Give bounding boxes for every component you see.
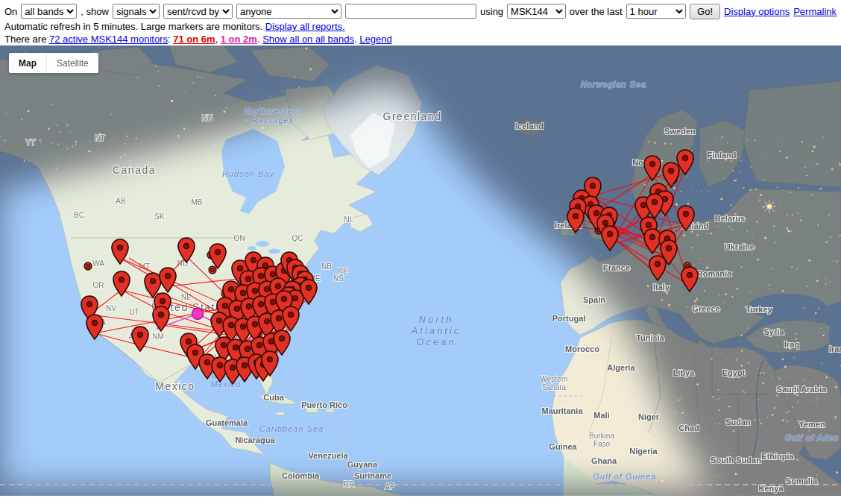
city-light-dot: [839, 164, 841, 166]
city-light-dot: [825, 242, 828, 244]
go-button[interactable]: Go!: [690, 4, 720, 19]
city-light-dot: [691, 247, 693, 248]
city-light-dot: [708, 161, 709, 163]
city-light-dot: [210, 86, 210, 87]
city-light-dot: [749, 291, 751, 292]
city-light-dot: [157, 70, 159, 72]
city-light-dot: [797, 400, 799, 403]
geo-label: QC: [292, 234, 303, 242]
city-light-dot: [718, 398, 719, 400]
city-light-dot: [749, 189, 752, 191]
geo-label: Atlantic: [411, 325, 462, 336]
city-light-dot: [833, 260, 834, 262]
city-light-dot: [803, 307, 805, 309]
map-container[interactable]: Map Satellite: [0, 45, 841, 496]
city-light-dot: [787, 377, 788, 378]
geo-label: Chad: [678, 423, 699, 432]
city-light-dot: [806, 175, 807, 177]
city-light-dot: [821, 362, 823, 365]
city-light-dot: [810, 400, 812, 401]
who-select[interactable]: anyone: [236, 4, 341, 19]
city-light-dot: [772, 414, 774, 416]
city-light-dot: [816, 163, 818, 165]
city-light-dot: [740, 341, 740, 341]
city-light-dot: [270, 96, 271, 98]
city-light-dot: [125, 143, 126, 145]
city-light-dot: [778, 377, 781, 379]
geo-label: Cuba: [263, 393, 284, 402]
city-light-dot: [760, 373, 761, 374]
city-light-dot: [736, 288, 738, 290]
city-light-dot: [658, 375, 659, 377]
mode-select[interactable]: signals: [113, 4, 160, 19]
city-light-dot: [816, 398, 818, 400]
city-light-dot: [668, 423, 670, 425]
city-light-dot: [825, 278, 826, 280]
city-light-dot: [720, 198, 722, 201]
direction-select[interactable]: sent/rcvd by: [163, 4, 233, 19]
city-light-dot: [192, 82, 194, 84]
monitor-marker-2m[interactable]: [192, 309, 204, 320]
band-select[interactable]: all bands: [21, 4, 77, 19]
city-light-dot: [816, 280, 819, 283]
city-light-dot: [782, 290, 784, 292]
city-light-dot: [674, 412, 676, 414]
modulation-select[interactable]: MSK144: [507, 4, 566, 19]
city-light-dot: [764, 237, 766, 239]
city-light-dot: [57, 164, 59, 166]
city-light-dot: [678, 400, 679, 401]
city-light-dot: [812, 151, 814, 153]
city-light-dot: [830, 236, 832, 239]
show-all-bands-link[interactable]: Show all on all bands: [262, 34, 354, 45]
city-light-dot: [282, 91, 283, 92]
geo-label: Greece: [692, 304, 719, 313]
report-marker-small[interactable]: [84, 262, 92, 270]
city-light-dot: [715, 476, 716, 476]
city-light-dot: [757, 368, 757, 369]
city-light-dot: [664, 143, 666, 145]
city-light-dot: [796, 394, 799, 397]
city-light-dot: [66, 125, 69, 127]
timespan-select[interactable]: 1 hour: [626, 4, 686, 19]
city-light-dot: [661, 299, 663, 301]
geo-label: Finland: [707, 151, 736, 160]
city-light-dot: [69, 131, 70, 132]
legend-link[interactable]: Legend: [359, 34, 391, 45]
monitors-2m-link[interactable]: 1 on 2m: [221, 34, 257, 45]
city-light-dot: [754, 338, 755, 340]
city-light-dot: [716, 226, 717, 227]
city-light-dot: [723, 393, 724, 394]
city-light-dot: [670, 473, 670, 473]
city-light-dot: [773, 407, 775, 409]
display-all-reports-link[interactable]: Display all reports.: [265, 21, 345, 32]
permalink-link[interactable]: Permalink: [793, 6, 837, 17]
map-view-button[interactable]: Map: [9, 53, 46, 73]
active-monitors-link[interactable]: 72 active MSK144 monitors: [49, 34, 168, 45]
city-light-dot: [743, 187, 744, 189]
city-light-dot: [838, 374, 839, 374]
city-light-dot: [727, 142, 728, 143]
geo-label: Caribbean Sea: [259, 424, 324, 433]
city-light-dot: [815, 312, 817, 314]
city-light-dot: [732, 170, 734, 171]
callsign-input[interactable]: [345, 4, 476, 19]
city-light-dot: [773, 225, 775, 227]
report-marker-small[interactable]: [209, 266, 216, 274]
geo-label: Tunisia: [636, 333, 665, 342]
city-light-dot: [769, 289, 770, 290]
city-light-dot: [759, 199, 761, 201]
city-light-dot: [836, 399, 837, 400]
city-light-dot: [155, 66, 157, 68]
city-light-dot: [786, 157, 788, 159]
city-light-dot: [806, 286, 808, 288]
geo-label: Faso: [593, 440, 611, 448]
satellite-view-button[interactable]: Satellite: [46, 53, 98, 73]
monitors-6m-link[interactable]: 71 on 6m: [173, 34, 215, 45]
geo-label: Colombia: [282, 471, 320, 480]
map-canvas[interactable]: CanadaUnited StatesMexicoGreenlandIcelan…: [0, 45, 841, 496]
display-options-link[interactable]: Display options: [724, 6, 790, 17]
city-light-dot: [835, 386, 837, 388]
city-light-dot: [810, 382, 811, 383]
city-light-dot: [756, 221, 758, 223]
city-light-dot: [306, 48, 308, 50]
